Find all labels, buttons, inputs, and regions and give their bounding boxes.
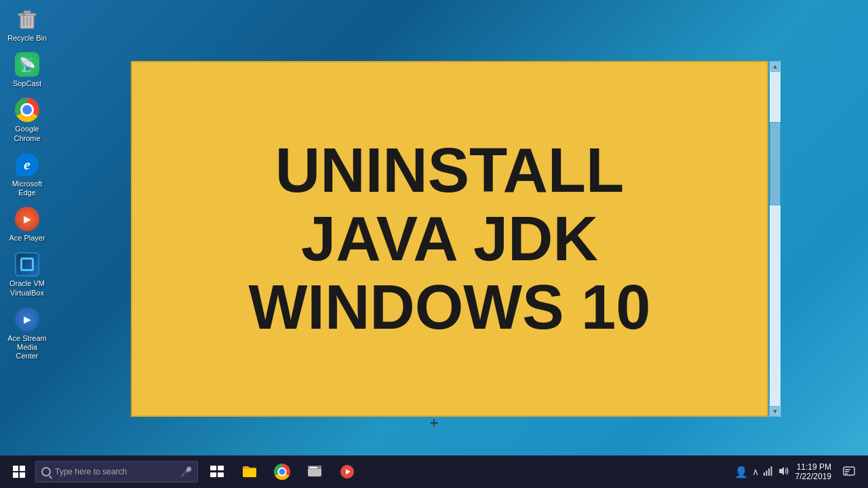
video-thumbnail[interactable]: UNINSTALL JAVA JDK WINDOWS 10	[131, 61, 768, 417]
task-view-button[interactable]	[201, 455, 233, 488]
ace-player-icon	[14, 205, 41, 232]
svg-marker-19	[779, 467, 784, 475]
show-hidden-icons[interactable]: ∧	[752, 466, 759, 477]
action-center-button[interactable]	[838, 455, 860, 488]
desktop-icon-google-chrome[interactable]: Google Chrome	[3, 94, 52, 145]
ace-player-label: Ace Player	[9, 234, 45, 243]
svg-rect-6	[210, 466, 216, 470]
desktop-icon-recycle-bin[interactable]: Recycle Bin	[3, 3, 52, 45]
svg-rect-18	[770, 466, 772, 476]
ace-stream-icon	[14, 306, 41, 333]
taskbar-pinned-apps	[201, 455, 363, 488]
desktop-icon-virtualbox[interactable]: Oracle VM VirtualBox	[3, 248, 52, 300]
svg-rect-7	[218, 466, 224, 470]
desktop-icon-microsoft-edge[interactable]: Microsoft Edge	[3, 148, 52, 200]
taskbar: Type here to search 🎤	[0, 455, 868, 488]
svg-rect-21	[845, 469, 850, 470]
scrollbar-thumb[interactable]	[770, 122, 781, 205]
edge-icon	[14, 151, 41, 178]
chrome-taskbar-icon	[274, 464, 290, 480]
video-title-line2: JAVA JDK	[301, 204, 598, 273]
svg-rect-12	[309, 467, 317, 468]
video-title-line3: WINDOWS 10	[249, 272, 651, 342]
search-icon	[41, 467, 51, 476]
svg-rect-8	[210, 472, 216, 477]
video-scrollbar[interactable]: ▲ ▼	[770, 61, 781, 417]
desktop-icon-ace-player[interactable]: Ace Player	[3, 203, 52, 245]
desktop: Recycle Bin 📡 SopCast Google Chrome Micr…	[0, 0, 868, 488]
chrome-taskbar-button[interactable]	[266, 455, 298, 488]
svg-rect-1	[24, 11, 31, 14]
sopcast-label: SopCast	[13, 79, 41, 88]
windows-logo-icon	[13, 466, 25, 478]
scrollbar-arrow-down[interactable]: ▼	[770, 406, 780, 417]
desktop-icons-container: Recycle Bin 📡 SopCast Google Chrome Micr…	[0, 0, 54, 366]
scrollbar-arrow-up[interactable]: ▲	[770, 61, 780, 72]
clock-time: 11:19 PM	[797, 462, 831, 472]
clock-date: 7/22/2019	[795, 472, 831, 481]
tray-icons: 👤 ∧	[734, 466, 789, 479]
taskbar-search-bar[interactable]: Type here to search 🎤	[35, 461, 198, 483]
plus-button[interactable]: +	[425, 413, 443, 432]
browser-taskbar-icon	[307, 464, 323, 480]
recycle-bin-icon	[14, 5, 41, 33]
svg-rect-15	[764, 472, 765, 476]
svg-rect-2	[18, 14, 36, 16]
virtualbox-icon	[14, 251, 41, 278]
scrollbar-track	[770, 72, 781, 406]
network-icon[interactable]	[763, 466, 774, 479]
svg-rect-16	[766, 470, 767, 476]
virtualbox-label: Oracle VM VirtualBox	[5, 279, 49, 297]
system-clock[interactable]: 11:19 PM 7/22/2019	[791, 461, 835, 483]
start-button[interactable]	[3, 455, 35, 488]
recycle-bin-label: Recycle Bin	[7, 34, 47, 43]
video-title-line1: UNINSTALL	[275, 136, 624, 205]
people-icon[interactable]: 👤	[734, 466, 748, 479]
ace-stream-label: Ace Stream Media Center	[5, 334, 49, 361]
media-player-taskbar-icon	[339, 464, 355, 480]
chrome-label: Google Chrome	[5, 125, 49, 142]
chrome-icon	[14, 96, 41, 123]
task-view-icon	[209, 464, 225, 480]
svg-rect-9	[218, 472, 224, 477]
video-title-text: UNINSTALL JAVA JDK WINDOWS 10	[235, 123, 665, 356]
svg-rect-17	[768, 468, 770, 476]
search-placeholder: Type here to search	[55, 467, 127, 476]
action-center-icon	[843, 466, 855, 478]
file-explorer-icon	[241, 464, 258, 480]
media-player-taskbar-button[interactable]	[331, 455, 363, 488]
file-explorer-button[interactable]	[233, 455, 266, 488]
microphone-icon[interactable]: 🎤	[180, 466, 192, 477]
svg-rect-23	[845, 473, 848, 474]
svg-rect-22	[845, 471, 849, 472]
volume-icon[interactable]	[778, 466, 789, 479]
desktop-icon-sopcast[interactable]: 📡 SopCast	[3, 48, 52, 91]
edge-label: Microsoft Edge	[5, 180, 49, 197]
desktop-icon-ace-stream[interactable]: Ace Stream Media Center	[3, 303, 52, 364]
system-tray: 👤 ∧	[734, 455, 865, 488]
browser-taskbar-button[interactable]	[298, 455, 331, 488]
plus-symbol: +	[429, 415, 439, 431]
sopcast-icon: 📡	[14, 51, 41, 78]
video-thumbnail-container: UNINSTALL JAVA JDK WINDOWS 10 ▲ ▼	[131, 61, 768, 417]
